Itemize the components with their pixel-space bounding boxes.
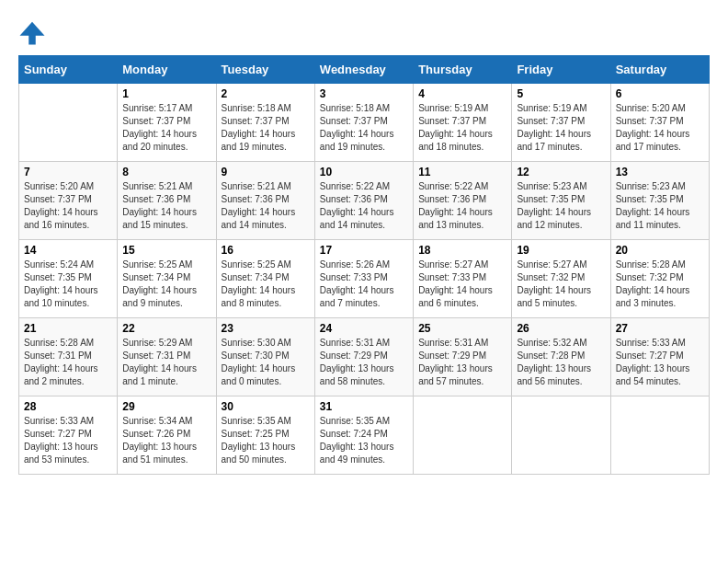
calendar-cell: 5Sunrise: 5:19 AM Sunset: 7:37 PM Daylig… bbox=[512, 84, 610, 162]
day-number: 14 bbox=[24, 244, 112, 257]
day-info: Sunrise: 5:27 AM Sunset: 7:33 PM Dayligh… bbox=[418, 259, 506, 310]
calendar-cell: 12Sunrise: 5:23 AM Sunset: 7:35 PM Dayli… bbox=[512, 162, 610, 240]
day-info: Sunrise: 5:32 AM Sunset: 7:28 PM Dayligh… bbox=[517, 337, 605, 388]
logo-icon bbox=[18, 18, 46, 46]
day-number: 13 bbox=[616, 166, 704, 178]
calendar-cell: 4Sunrise: 5:19 AM Sunset: 7:37 PM Daylig… bbox=[414, 84, 512, 162]
day-info: Sunrise: 5:35 AM Sunset: 7:24 PM Dayligh… bbox=[320, 415, 408, 466]
day-number: 24 bbox=[320, 322, 408, 335]
calendar-week-row: 7Sunrise: 5:20 AM Sunset: 7:37 PM Daylig… bbox=[19, 162, 710, 240]
calendar-cell: 26Sunrise: 5:32 AM Sunset: 7:28 PM Dayli… bbox=[512, 318, 610, 396]
day-info: Sunrise: 5:35 AM Sunset: 7:25 PM Dayligh… bbox=[222, 415, 310, 466]
logo bbox=[18, 18, 50, 46]
day-number: 2 bbox=[222, 87, 310, 100]
day-of-week-header: Friday bbox=[512, 56, 610, 84]
day-number: 30 bbox=[222, 400, 310, 413]
day-info: Sunrise: 5:23 AM Sunset: 7:35 PM Dayligh… bbox=[616, 180, 704, 232]
calendar-cell: 28Sunrise: 5:33 AM Sunset: 7:27 PM Dayli… bbox=[19, 396, 118, 475]
day-info: Sunrise: 5:18 AM Sunset: 7:37 PM Dayligh… bbox=[222, 102, 310, 154]
day-info: Sunrise: 5:18 AM Sunset: 7:37 PM Dayligh… bbox=[320, 102, 408, 154]
calendar-cell: 18Sunrise: 5:27 AM Sunset: 7:33 PM Dayli… bbox=[414, 240, 512, 318]
day-info: Sunrise: 5:29 AM Sunset: 7:31 PM Dayligh… bbox=[122, 337, 210, 388]
calendar-cell: 8Sunrise: 5:21 AM Sunset: 7:36 PM Daylig… bbox=[118, 162, 216, 240]
calendar-cell: 17Sunrise: 5:26 AM Sunset: 7:33 PM Dayli… bbox=[314, 240, 413, 318]
day-of-week-header: Tuesday bbox=[216, 56, 314, 84]
calendar-cell: 6Sunrise: 5:20 AM Sunset: 7:37 PM Daylig… bbox=[610, 84, 709, 162]
day-of-week-header: Wednesday bbox=[314, 56, 413, 84]
day-number: 5 bbox=[517, 87, 605, 100]
calendar-cell: 7Sunrise: 5:20 AM Sunset: 7:37 PM Daylig… bbox=[19, 162, 118, 240]
day-number: 21 bbox=[24, 322, 112, 335]
day-info: Sunrise: 5:34 AM Sunset: 7:26 PM Dayligh… bbox=[122, 415, 210, 466]
calendar-week-row: 14Sunrise: 5:24 AM Sunset: 7:35 PM Dayli… bbox=[19, 240, 710, 318]
day-info: Sunrise: 5:19 AM Sunset: 7:37 PM Dayligh… bbox=[418, 102, 506, 154]
calendar-cell: 31Sunrise: 5:35 AM Sunset: 7:24 PM Dayli… bbox=[314, 396, 413, 475]
svg-marker-0 bbox=[20, 22, 45, 45]
calendar-week-row: 28Sunrise: 5:33 AM Sunset: 7:27 PM Dayli… bbox=[19, 396, 710, 475]
calendar-cell: 22Sunrise: 5:29 AM Sunset: 7:31 PM Dayli… bbox=[118, 318, 216, 396]
calendar-cell: 30Sunrise: 5:35 AM Sunset: 7:25 PM Dayli… bbox=[216, 396, 314, 475]
calendar-cell: 23Sunrise: 5:30 AM Sunset: 7:30 PM Dayli… bbox=[216, 318, 314, 396]
day-number: 23 bbox=[222, 322, 310, 335]
calendar-cell: 19Sunrise: 5:27 AM Sunset: 7:32 PM Dayli… bbox=[512, 240, 610, 318]
day-info: Sunrise: 5:25 AM Sunset: 7:34 PM Dayligh… bbox=[222, 259, 310, 310]
day-info: Sunrise: 5:21 AM Sunset: 7:36 PM Dayligh… bbox=[122, 180, 210, 232]
day-number: 26 bbox=[517, 322, 605, 335]
day-info: Sunrise: 5:30 AM Sunset: 7:30 PM Dayligh… bbox=[222, 337, 310, 388]
day-number: 20 bbox=[616, 244, 704, 257]
calendar-week-row: 21Sunrise: 5:28 AM Sunset: 7:31 PM Dayli… bbox=[19, 318, 710, 396]
day-number: 29 bbox=[122, 400, 210, 413]
day-number: 15 bbox=[122, 244, 210, 257]
day-of-week-header: Thursday bbox=[414, 56, 512, 84]
day-info: Sunrise: 5:19 AM Sunset: 7:37 PM Dayligh… bbox=[517, 102, 605, 154]
day-info: Sunrise: 5:23 AM Sunset: 7:35 PM Dayligh… bbox=[517, 180, 605, 232]
calendar-cell: 9Sunrise: 5:21 AM Sunset: 7:36 PM Daylig… bbox=[216, 162, 314, 240]
day-number: 6 bbox=[616, 87, 704, 100]
day-number: 11 bbox=[418, 166, 506, 178]
day-info: Sunrise: 5:28 AM Sunset: 7:31 PM Dayligh… bbox=[24, 337, 112, 388]
calendar-cell: 25Sunrise: 5:31 AM Sunset: 7:29 PM Dayli… bbox=[414, 318, 512, 396]
day-info: Sunrise: 5:28 AM Sunset: 7:32 PM Dayligh… bbox=[616, 259, 704, 310]
calendar-cell: 1Sunrise: 5:17 AM Sunset: 7:37 PM Daylig… bbox=[118, 84, 216, 162]
calendar-cell bbox=[19, 84, 118, 162]
day-of-week-header: Saturday bbox=[610, 56, 709, 84]
day-info: Sunrise: 5:26 AM Sunset: 7:33 PM Dayligh… bbox=[320, 259, 408, 310]
day-number: 3 bbox=[320, 87, 408, 100]
day-number: 28 bbox=[24, 400, 112, 413]
calendar-cell: 11Sunrise: 5:22 AM Sunset: 7:36 PM Dayli… bbox=[414, 162, 512, 240]
day-of-week-header: Monday bbox=[118, 56, 216, 84]
day-number: 8 bbox=[122, 166, 210, 178]
day-number: 7 bbox=[24, 166, 112, 178]
day-info: Sunrise: 5:21 AM Sunset: 7:36 PM Dayligh… bbox=[222, 180, 310, 232]
day-number: 19 bbox=[517, 244, 605, 257]
day-number: 10 bbox=[320, 166, 408, 178]
day-info: Sunrise: 5:20 AM Sunset: 7:37 PM Dayligh… bbox=[616, 102, 704, 154]
calendar-cell: 27Sunrise: 5:33 AM Sunset: 7:27 PM Dayli… bbox=[610, 318, 709, 396]
day-number: 12 bbox=[517, 166, 605, 178]
day-number: 27 bbox=[616, 322, 704, 335]
calendar-cell: 13Sunrise: 5:23 AM Sunset: 7:35 PM Dayli… bbox=[610, 162, 709, 240]
calendar-week-row: 1Sunrise: 5:17 AM Sunset: 7:37 PM Daylig… bbox=[19, 84, 710, 162]
day-number: 31 bbox=[320, 400, 408, 413]
day-info: Sunrise: 5:24 AM Sunset: 7:35 PM Dayligh… bbox=[24, 259, 112, 310]
calendar-table: SundayMondayTuesdayWednesdayThursdayFrid… bbox=[18, 55, 710, 475]
day-number: 16 bbox=[222, 244, 310, 257]
day-number: 17 bbox=[320, 244, 408, 257]
day-info: Sunrise: 5:22 AM Sunset: 7:36 PM Dayligh… bbox=[320, 180, 408, 232]
day-info: Sunrise: 5:25 AM Sunset: 7:34 PM Dayligh… bbox=[122, 259, 210, 310]
day-number: 18 bbox=[418, 244, 506, 257]
day-info: Sunrise: 5:33 AM Sunset: 7:27 PM Dayligh… bbox=[24, 415, 112, 466]
day-number: 22 bbox=[122, 322, 210, 335]
calendar-cell: 10Sunrise: 5:22 AM Sunset: 7:36 PM Dayli… bbox=[314, 162, 413, 240]
page-header bbox=[18, 18, 710, 46]
calendar-cell: 15Sunrise: 5:25 AM Sunset: 7:34 PM Dayli… bbox=[118, 240, 216, 318]
calendar-cell bbox=[512, 396, 610, 475]
day-number: 25 bbox=[418, 322, 506, 335]
day-info: Sunrise: 5:33 AM Sunset: 7:27 PM Dayligh… bbox=[616, 337, 704, 388]
calendar-header-row: SundayMondayTuesdayWednesdayThursdayFrid… bbox=[19, 56, 710, 84]
calendar-cell: 21Sunrise: 5:28 AM Sunset: 7:31 PM Dayli… bbox=[19, 318, 118, 396]
calendar-cell: 16Sunrise: 5:25 AM Sunset: 7:34 PM Dayli… bbox=[216, 240, 314, 318]
day-info: Sunrise: 5:27 AM Sunset: 7:32 PM Dayligh… bbox=[517, 259, 605, 310]
calendar-cell: 29Sunrise: 5:34 AM Sunset: 7:26 PM Dayli… bbox=[118, 396, 216, 475]
calendar-cell: 14Sunrise: 5:24 AM Sunset: 7:35 PM Dayli… bbox=[19, 240, 118, 318]
